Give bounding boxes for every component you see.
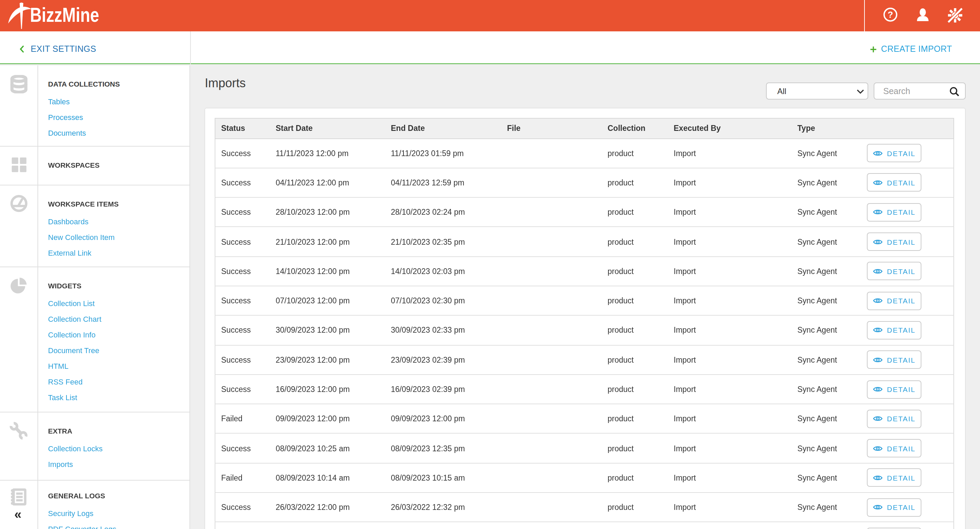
svg-text:?: ? (888, 10, 893, 20)
